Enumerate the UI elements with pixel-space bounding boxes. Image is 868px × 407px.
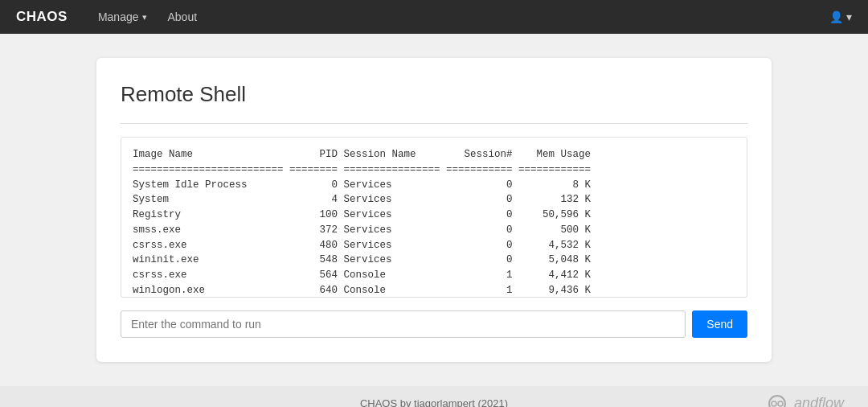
andflow-text: andflow xyxy=(794,394,844,407)
terminal-line: winlogon.exe 640 Console 1 9,436 K xyxy=(133,283,735,297)
terminal-line: Image Name PID Session Name Session# Mem… xyxy=(133,147,735,162)
footer-text: CHAOS by tiagorlampert (2021) xyxy=(360,397,508,407)
terminal-line: System 4 Services 0 132 K xyxy=(133,192,735,208)
andflow-logo: andflow xyxy=(768,394,844,408)
terminal-line: System Idle Process 0 Services 0 8 K xyxy=(133,178,735,193)
user-chevron: ▾ xyxy=(846,10,852,23)
send-button[interactable]: Send xyxy=(692,310,747,338)
terminal-container: Image Name PID Session Name Session# Mem… xyxy=(121,137,747,298)
remote-shell-card: Remote Shell Image Name PID Session Name… xyxy=(96,58,772,362)
divider xyxy=(121,123,747,124)
main-content: Remote Shell Image Name PID Session Name… xyxy=(0,34,868,386)
terminal-line: Registry 100 Services 0 50,596 K xyxy=(133,208,735,223)
svg-point-2 xyxy=(778,401,783,406)
nav-brand: CHAOS xyxy=(16,9,68,25)
terminal-line: smss.exe 372 Services 0 500 K xyxy=(133,223,735,238)
svg-point-1 xyxy=(772,401,776,406)
footer: CHAOS by tiagorlampert (2021) andflow xyxy=(0,386,868,407)
navbar: CHAOS Manage About 👤 ▾ xyxy=(0,0,868,34)
nav-about[interactable]: About xyxy=(162,7,204,27)
page-title: Remote Shell xyxy=(121,82,747,107)
andflow-icon xyxy=(768,394,787,408)
terminal-output: Image Name PID Session Name Session# Mem… xyxy=(121,138,747,297)
nav-manage[interactable]: Manage xyxy=(92,7,154,27)
user-icon: 👤 xyxy=(829,10,843,23)
terminal-line: csrss.exe 480 Services 0 4,532 K xyxy=(133,238,735,253)
nav-links: Manage About xyxy=(92,7,203,27)
command-row: Send xyxy=(121,310,747,338)
svg-point-0 xyxy=(769,396,785,408)
terminal-line: wininit.exe 548 Services 0 5,048 K xyxy=(133,253,735,268)
command-input[interactable] xyxy=(121,310,686,338)
terminal-line: ========================= ======== =====… xyxy=(133,162,735,178)
nav-user[interactable]: 👤 ▾ xyxy=(829,10,852,23)
terminal-line: csrss.exe 564 Console 1 4,412 K xyxy=(133,268,735,283)
